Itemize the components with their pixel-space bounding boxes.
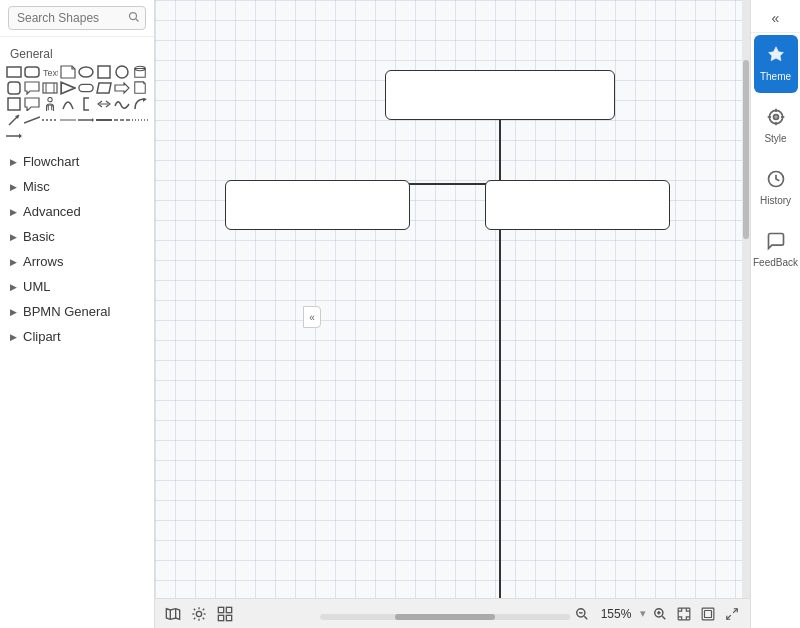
grid-icon[interactable]: [215, 604, 235, 624]
history-label: History: [760, 195, 791, 207]
actual-size-button[interactable]: [698, 604, 718, 624]
svg-line-65: [727, 615, 731, 619]
svg-rect-2: [7, 67, 21, 77]
collapse-icon: «: [309, 312, 315, 323]
collapse-right-icon: «: [772, 10, 780, 26]
main-area: «: [155, 0, 750, 628]
zoom-out-button[interactable]: [572, 604, 592, 624]
style-label: Style: [764, 133, 786, 145]
shape-parallelogram[interactable]: [96, 81, 112, 95]
shape-left-bracket[interactable]: [78, 97, 94, 111]
shape-line3[interactable]: [60, 113, 76, 127]
shape-diagonal-arrow[interactable]: [6, 113, 22, 127]
collapse-left-panel-button[interactable]: «: [303, 306, 321, 328]
shape-line1[interactable]: [24, 113, 40, 127]
shape-solid-line[interactable]: [96, 113, 112, 127]
category-arrows[interactable]: ▶ Arrows: [0, 249, 154, 274]
zoom-controls: 155% ▾: [572, 604, 742, 624]
chevron-right-icon: ▶: [10, 307, 17, 317]
fullscreen-button[interactable]: [722, 604, 742, 624]
left-panel: General Text: [0, 0, 155, 628]
shape-dotted-line[interactable]: [132, 113, 148, 127]
shape-arc[interactable]: [60, 97, 76, 111]
category-clipart[interactable]: ▶ Clipart: [0, 324, 154, 349]
history-icon: [766, 169, 786, 192]
shape-rounded-sq[interactable]: [6, 81, 22, 95]
shape-person[interactable]: [42, 97, 58, 111]
category-bpmn[interactable]: ▶ BPMN General: [0, 299, 154, 324]
category-list: ▶ Flowchart ▶ Misc ▶ Advanced ▶ Basic ▶ …: [0, 149, 154, 349]
shape-arrow-right[interactable]: [114, 81, 130, 95]
theme-label: Theme: [760, 71, 791, 83]
map-icon[interactable]: [163, 604, 183, 624]
canvas[interactable]: [155, 0, 750, 598]
right-panel-item-theme[interactable]: Theme: [754, 35, 798, 93]
shape-cylinder[interactable]: [132, 65, 148, 79]
svg-rect-19: [8, 98, 20, 110]
shape-square[interactable]: [96, 65, 112, 79]
svg-rect-52: [218, 615, 223, 620]
shape-ellipse[interactable]: [78, 65, 94, 79]
shape-rectangle[interactable]: [6, 65, 22, 79]
fit-page-button[interactable]: [674, 604, 694, 624]
svg-marker-38: [166, 608, 179, 619]
category-basic[interactable]: ▶ Basic: [0, 224, 154, 249]
theme-icon: [766, 45, 786, 68]
shape-triangle-right[interactable]: [60, 81, 76, 95]
shape-line4[interactable]: [78, 113, 94, 127]
shape-arrow-line[interactable]: [6, 129, 22, 143]
horizontal-scrollbar-track[interactable]: [320, 614, 570, 620]
right-panel-item-style[interactable]: Style: [754, 97, 798, 155]
shape-process[interactable]: [42, 81, 58, 95]
svg-rect-63: [705, 610, 712, 617]
svg-point-41: [196, 611, 201, 616]
style-icon: [766, 107, 786, 130]
shapes-container: General Text: [0, 37, 154, 628]
category-advanced[interactable]: ▶ Advanced: [0, 199, 154, 224]
sun-icon[interactable]: [189, 604, 209, 624]
shape-double-arrow[interactable]: [96, 97, 112, 111]
chevron-right-icon: ▶: [10, 207, 17, 217]
shape-line2[interactable]: [42, 113, 58, 127]
shape-rounded-rect[interactable]: [24, 65, 40, 79]
shape-dashed-line[interactable]: [114, 113, 130, 127]
shape-speech[interactable]: [24, 97, 40, 111]
right-panel-item-history[interactable]: History: [754, 159, 798, 217]
shape-note[interactable]: [60, 65, 76, 79]
category-flowchart[interactable]: ▶ Flowchart: [0, 149, 154, 174]
svg-marker-32: [92, 118, 94, 122]
category-uml[interactable]: ▶ UML: [0, 274, 154, 299]
shape-pill[interactable]: [78, 81, 94, 95]
svg-line-48: [203, 608, 204, 609]
shape-callout[interactable]: [24, 81, 40, 95]
svg-rect-50: [218, 607, 223, 612]
canvas-scrollbar-thumb[interactable]: [743, 60, 749, 239]
diagram-box-top[interactable]: [385, 70, 615, 120]
shape-wave[interactable]: [114, 97, 130, 111]
category-misc[interactable]: ▶ Misc: [0, 174, 154, 199]
shape-circle[interactable]: [114, 65, 130, 79]
right-panel: « Theme Style: [750, 0, 800, 628]
horizontal-scrollbar-thumb[interactable]: [395, 614, 495, 620]
svg-line-49: [194, 617, 195, 618]
right-panel-item-feedback[interactable]: FeedBack: [754, 221, 798, 279]
connector-vertical-top: [499, 120, 501, 184]
svg-line-46: [194, 608, 195, 609]
svg-line-64: [733, 608, 737, 612]
collapse-right-panel-button[interactable]: «: [751, 4, 800, 33]
chevron-right-icon: ▶: [10, 332, 17, 342]
diagram-container: [215, 50, 750, 598]
search-input[interactable]: [8, 6, 146, 30]
shape-text[interactable]: Text: [42, 65, 58, 79]
connector-vertical-long: [499, 183, 501, 598]
canvas-scrollbar[interactable]: [742, 0, 750, 598]
zoom-in-button[interactable]: [650, 604, 670, 624]
svg-marker-37: [19, 134, 22, 139]
shape-curved-arrow[interactable]: [132, 97, 148, 111]
diagram-box-left[interactable]: [225, 180, 410, 230]
svg-point-20: [48, 97, 52, 101]
diagram-box-right[interactable]: [485, 180, 670, 230]
shape-doc[interactable]: [132, 81, 148, 95]
shape-square2[interactable]: [6, 97, 22, 111]
svg-marker-17: [97, 83, 111, 93]
